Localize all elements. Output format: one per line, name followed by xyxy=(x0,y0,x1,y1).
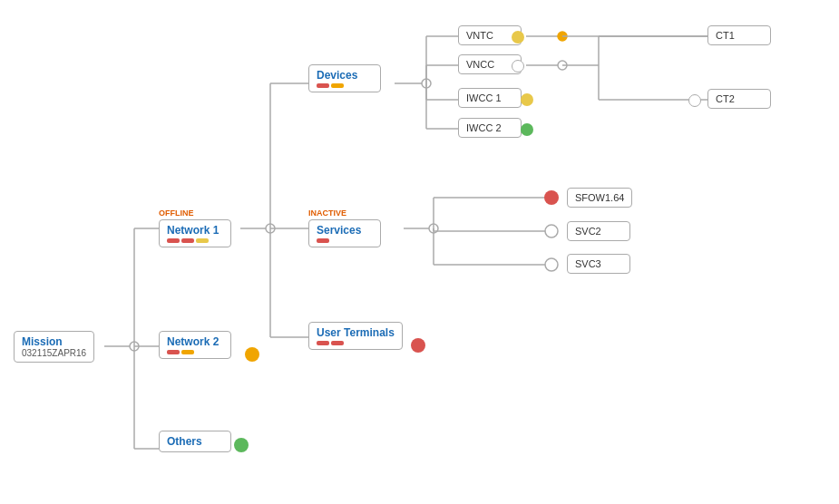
svg-point-43 xyxy=(545,258,558,271)
svg-point-15 xyxy=(422,79,431,88)
user-terminals-label: User Terminals xyxy=(317,326,395,339)
network2-label: Network 2 xyxy=(167,335,223,348)
ct2-label: CT2 xyxy=(716,93,735,104)
iwcc2-node[interactable]: IWCC 2 xyxy=(458,118,522,138)
bar-red2 xyxy=(181,238,194,243)
ct2-node[interactable]: CT2 xyxy=(707,89,771,109)
others-node[interactable]: Others xyxy=(159,431,231,452)
user-terminals-dot xyxy=(411,338,425,353)
mission-node[interactable]: Mission 032115ZAPR16 xyxy=(14,331,94,363)
svg-point-41 xyxy=(544,190,559,205)
devices-node[interactable]: Devices xyxy=(308,64,381,92)
vntc-dot xyxy=(512,31,524,44)
devices-label: Devices xyxy=(317,69,373,82)
bar-red xyxy=(167,238,180,243)
vntc-node[interactable]: VNTC xyxy=(458,25,522,45)
sfow164-label: SFOW1.64 xyxy=(575,192,624,203)
svc3-node[interactable]: SVC3 xyxy=(567,254,630,274)
services-bars xyxy=(317,238,373,243)
svg-point-34 xyxy=(429,224,438,233)
devices-bars xyxy=(317,83,373,88)
iwcc2-label: IWCC 2 xyxy=(466,122,502,133)
sfow164-node[interactable]: SFOW1.64 xyxy=(567,188,632,208)
vncc-node[interactable]: VNCC xyxy=(458,54,522,74)
bar-yellow xyxy=(196,238,209,243)
network1-label: Network 1 xyxy=(167,224,223,237)
network2-dot xyxy=(245,347,259,362)
ct1-label: CT1 xyxy=(716,30,735,41)
vncc-label: VNCC xyxy=(466,59,494,70)
svg-point-42 xyxy=(545,225,558,237)
user-terminals-bars xyxy=(317,341,395,345)
iwcc2-dot xyxy=(521,123,533,136)
vntc-label: VNTC xyxy=(466,30,493,41)
svg-point-28 xyxy=(558,61,567,70)
mission-label: Mission xyxy=(22,335,86,348)
services-label: Services xyxy=(317,224,373,237)
bar-ut-red xyxy=(317,341,329,345)
ct2-dot xyxy=(688,94,701,107)
svc3-label: SVC3 xyxy=(575,258,601,269)
network2-bars xyxy=(167,350,223,354)
network1-bars xyxy=(167,238,223,243)
services-status: INACTIVE xyxy=(308,208,346,218)
bar-n2-orange xyxy=(181,350,194,354)
bar-dev-orange xyxy=(331,83,344,88)
svg-point-1 xyxy=(130,342,139,351)
iwcc1-node[interactable]: IWCC 1 xyxy=(458,88,522,108)
user-terminals-node[interactable]: User Terminals xyxy=(308,322,403,350)
network2-node[interactable]: Network 2 xyxy=(159,331,231,359)
network1-status: OFFLINE xyxy=(159,208,194,218)
ct1-node[interactable]: CT1 xyxy=(707,25,771,45)
svg-point-25 xyxy=(558,32,567,41)
bar-ut-red2 xyxy=(331,341,344,345)
network1-node[interactable]: OFFLINE Network 1 xyxy=(159,208,231,247)
services-node[interactable]: INACTIVE Services xyxy=(308,208,381,247)
others-label: Others xyxy=(167,435,223,448)
iwcc1-dot xyxy=(521,93,533,106)
svc2-node[interactable]: SVC2 xyxy=(567,221,630,241)
others-dot xyxy=(234,438,249,452)
iwcc1-label: IWCC 1 xyxy=(466,92,502,103)
bar-n2-red xyxy=(167,350,180,354)
svg-point-8 xyxy=(266,224,275,233)
svc2-label: SVC2 xyxy=(575,226,601,237)
mission-sublabel: 032115ZAPR16 xyxy=(22,348,86,358)
vncc-dot xyxy=(512,60,524,73)
bar-dev-red xyxy=(317,83,329,88)
bar-svc-red xyxy=(317,238,329,243)
